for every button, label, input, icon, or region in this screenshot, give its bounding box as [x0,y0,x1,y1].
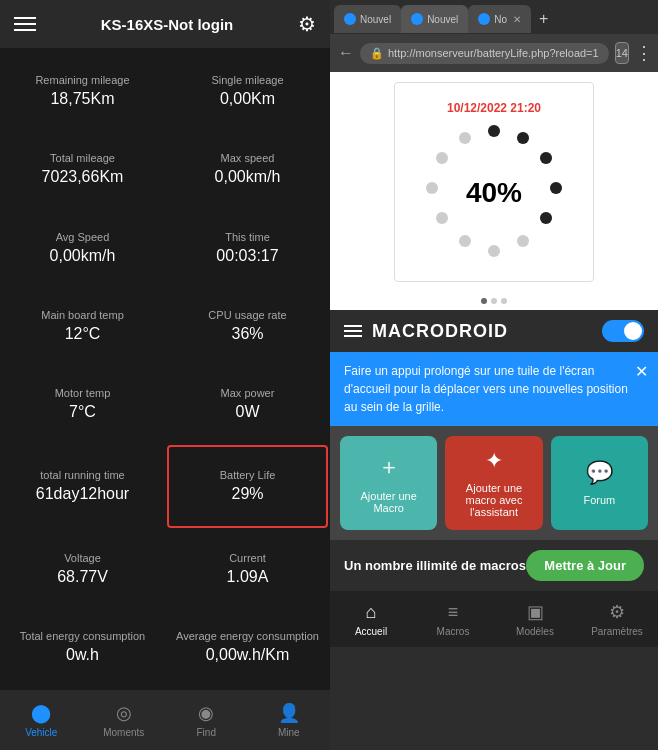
stat-value: 68.77V [57,568,108,586]
nav-label: Find [197,727,216,738]
left-panel: KS-16XS-Not login ⚙ Remaining mileage 18… [0,0,330,750]
svg-point-11 [459,132,471,144]
browser-tab-0[interactable]: Nouvel [334,5,401,33]
stat-value: 0,00km/h [50,247,116,265]
stat-value: 7023,66Km [42,168,124,186]
stat-label: Single mileage [211,74,283,86]
stat-cell: Avg Speed 0,00km/h [0,209,165,287]
stat-cell: Motor temp 7°C [0,365,165,443]
svg-point-13 [517,132,529,144]
stat-cell: Average energy consumption 0,00w.h/Km [165,608,330,686]
device-title: KS-16XS-Not login [101,16,234,33]
close-banner-icon[interactable]: ✕ [635,360,648,384]
stat-cell: Total mileage 7023,66Km [0,130,165,208]
macrodroid-action-btn[interactable]: ✦ Ajouter une macro avec l'assistant [445,436,542,530]
left-nav-item-mine[interactable]: 👤 Mine [248,690,331,750]
stat-value: 1.09A [227,568,269,586]
stat-value: 12°C [65,325,101,343]
stat-label: Motor temp [55,387,111,399]
battery-circle: 40% [424,123,564,263]
md-nav-label: Modèles [516,626,554,637]
macrodroid-action-btn[interactable]: 💬 Forum [551,436,648,530]
stat-cell: total running time 61day12hour [0,443,165,529]
macrodroid-toggle[interactable] [602,320,644,342]
stat-value: 29% [231,485,263,503]
action-icon: 💬 [586,460,613,486]
macrodroid-menu[interactable] [344,325,362,337]
nav-icon: ◉ [198,702,214,724]
stat-label: Total energy consumption [20,630,145,642]
stat-label: Battery Life [220,469,276,481]
battery-page: 10/12/2022 21:20 [330,72,658,292]
footer-text: Un nombre illimité de macros [344,558,526,573]
stat-value: 18,75Km [50,90,114,108]
bottom-nav: ⬤ Vehicle ◎ Moments ◉ Find 👤 Mine [0,690,330,750]
svg-point-14 [540,152,552,164]
left-nav-item-moments[interactable]: ◎ Moments [83,690,166,750]
browser-menu-icon[interactable]: ⋮ [635,42,653,64]
stat-value: 0,00w.h/Km [206,646,290,664]
left-nav-item-find[interactable]: ◉ Find [165,690,248,750]
stat-cell: Battery Life 29% [167,445,328,527]
stat-value: 0w.h [66,646,99,664]
url-text: http://monserveur/batteryLife.php?reload… [388,47,599,59]
stat-cell: Current 1.09A [165,530,330,608]
browser-tab-1[interactable]: Nouvel [401,5,468,33]
macrodroid-footer: Un nombre illimité de macros Mettre à Jo… [330,540,658,591]
left-nav-item-vehicle[interactable]: ⬤ Vehicle [0,690,83,750]
update-button[interactable]: Mettre à Jour [526,550,644,581]
browser-chrome: Nouvel Nouvel No ✕ + ← 🔒 http://monserve… [330,0,658,72]
stat-value: 0W [236,403,260,421]
stat-cell: Max power 0W [165,365,330,443]
stat-cell: Voltage 68.77V [0,530,165,608]
stat-cell: Total energy consumption 0w.h [0,608,165,686]
macrodroid-nav-item-modèles[interactable]: ▣ Modèles [494,591,576,647]
battery-date: 10/12/2022 21:20 [447,101,541,115]
svg-point-5 [517,235,529,247]
lock-icon: 🔒 [370,47,384,60]
stat-label: Remaining mileage [35,74,129,86]
stat-label: Voltage [64,552,101,564]
macrodroid-banner: Faire un appui prolongé sur une tuile de… [330,352,658,426]
browser-tab-2[interactable]: No ✕ [468,5,531,33]
stat-label: total running time [40,469,124,481]
gear-icon[interactable]: ⚙ [298,12,316,36]
svg-point-9 [426,182,438,194]
stat-label: Main board temp [41,309,124,321]
macrodroid-nav-item-accueil[interactable]: ⌂ Accueil [330,591,412,647]
macrodroid-actions: ＋ Ajouter une Macro ✦ Ajouter une macro … [330,426,658,540]
tab-favicon [411,13,423,25]
tab-label: Nouvel [360,14,391,25]
md-nav-icon: ▣ [527,601,544,623]
stat-label: CPU usage rate [208,309,286,321]
action-label: Forum [583,494,615,506]
macrodroid-nav-item-paramètres[interactable]: ⚙ Paramètres [576,591,658,647]
browser-nav-bar: ← 🔒 http://monserveur/batteryLife.php?re… [330,34,658,72]
svg-point-12 [488,125,500,137]
page-dots [330,292,658,310]
stat-value: 61day12hour [36,485,129,503]
action-label: Ajouter une macro avec l'assistant [451,482,536,518]
stat-value: 0,00km/h [215,168,281,186]
address-bar[interactable]: 🔒 http://monserveur/batteryLife.php?relo… [360,43,609,64]
macrodroid-nav-item-macros[interactable]: ≡ Macros [412,591,494,647]
add-tab-button[interactable]: + [531,10,556,28]
svg-point-15 [550,182,562,194]
nav-label: Moments [103,727,144,738]
right-panel: Nouvel Nouvel No ✕ + ← 🔒 http://monserve… [330,0,658,750]
macrodroid-action-btn[interactable]: ＋ Ajouter une Macro [340,436,437,530]
stat-value: 36% [231,325,263,343]
close-tab-icon[interactable]: ✕ [513,14,521,25]
tab-count[interactable]: 14 [615,42,629,64]
hamburger-menu[interactable] [14,17,36,31]
stat-label: Max speed [221,152,275,164]
nav-icon: ⬤ [31,702,51,724]
back-arrow-icon[interactable]: ← [338,44,354,62]
macrodroid-bottom-nav: ⌂ Accueil ≡ Macros ▣ Modèles ⚙ Paramètre… [330,591,658,647]
nav-icon: 👤 [278,702,300,724]
stat-label: Average energy consumption [176,630,319,642]
tab-favicon [344,13,356,25]
stat-label: This time [225,231,270,243]
stat-cell: Main board temp 12°C [0,287,165,365]
tab-favicon [478,13,490,25]
